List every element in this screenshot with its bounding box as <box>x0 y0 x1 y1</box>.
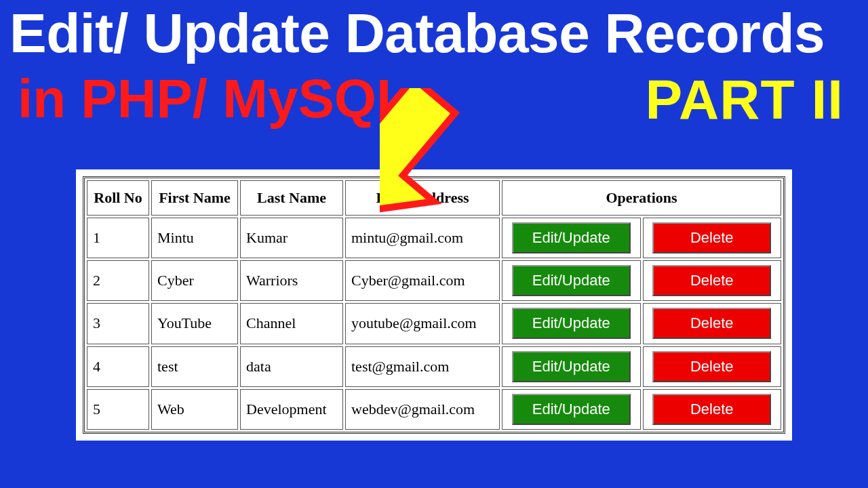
cell-roll: 4 <box>87 346 149 387</box>
cell-roll: 1 <box>87 218 149 258</box>
cell-first: YouTube <box>151 303 238 344</box>
table-header-row: Roll No First Name Last Name Email Addre… <box>87 180 781 216</box>
part-label: PART II <box>646 68 844 131</box>
cell-roll: 5 <box>87 389 149 430</box>
delete-button[interactable]: Delete <box>652 394 771 425</box>
col-header-first: First Name <box>151 180 238 216</box>
delete-button[interactable]: Delete <box>652 265 771 296</box>
col-header-operations: Operations <box>502 180 781 216</box>
title-line-1: Edit/ Update Database Records <box>9 1 825 65</box>
table-row: 2 Cyber Warriors Cyber@gmail.com Edit/Up… <box>87 260 781 301</box>
cell-email: webdev@gmail.com <box>345 389 500 430</box>
col-header-roll: Roll No <box>87 180 149 216</box>
edit-button[interactable]: Edit/Update <box>512 222 631 253</box>
cell-first: test <box>151 346 238 387</box>
title-line-2: in PHP/ MySQL <box>18 68 410 130</box>
delete-button[interactable]: Delete <box>652 351 771 382</box>
table-row: 4 test data test@gmail.com Edit/Update D… <box>87 346 781 387</box>
cell-email: mintu@gmail.com <box>345 218 500 258</box>
cell-roll: 3 <box>87 303 149 344</box>
cell-last: data <box>240 346 343 387</box>
col-header-email: Email Address <box>345 180 500 216</box>
cell-last: Channel <box>240 303 343 344</box>
cell-last: Kumar <box>240 218 343 258</box>
table-row: 5 Web Development webdev@gmail.com Edit/… <box>87 389 781 430</box>
cell-first: Web <box>151 389 238 430</box>
cell-first: Cyber <box>151 260 238 301</box>
cell-last: Development <box>240 389 343 430</box>
cell-roll: 2 <box>87 260 149 301</box>
cell-email: test@gmail.com <box>345 346 500 387</box>
col-header-last: Last Name <box>240 180 343 216</box>
table-row: 3 YouTube Channel youtube@gmail.com Edit… <box>87 303 781 344</box>
records-table-container: Roll No First Name Last Name Email Addre… <box>76 169 792 441</box>
cell-last: Warriors <box>240 260 343 301</box>
edit-button[interactable]: Edit/Update <box>512 265 631 296</box>
delete-button[interactable]: Delete <box>652 308 771 339</box>
edit-button[interactable]: Edit/Update <box>512 394 631 425</box>
cell-email: youtube@gmail.com <box>345 303 500 344</box>
cell-email: Cyber@gmail.com <box>345 260 500 301</box>
edit-button[interactable]: Edit/Update <box>512 351 631 382</box>
delete-button[interactable]: Delete <box>652 222 771 253</box>
cell-first: Mintu <box>151 218 238 258</box>
table-row: 1 Mintu Kumar mintu@gmail.com Edit/Updat… <box>87 218 781 258</box>
edit-button[interactable]: Edit/Update <box>512 308 631 339</box>
records-table: Roll No First Name Last Name Email Addre… <box>83 176 785 434</box>
